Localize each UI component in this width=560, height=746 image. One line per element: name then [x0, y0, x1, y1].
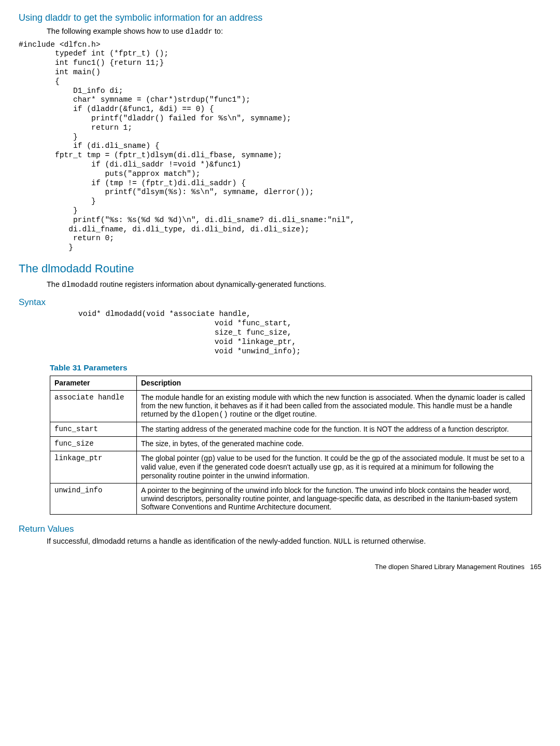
param-cell: func_start	[50, 422, 137, 437]
desc-code: gp	[333, 463, 342, 472]
table-row: unwind_info A pointer to the beginning o…	[50, 483, 532, 515]
desc-code: gp	[204, 454, 213, 463]
th-description: Description	[137, 376, 532, 391]
th-parameter: Parameter	[50, 376, 137, 391]
intro-text-b: to:	[213, 27, 223, 35]
desc-cell: The size, in bytes, of the generated mac…	[137, 437, 532, 451]
intro-code: dladdr	[186, 27, 213, 36]
desc-text: routine or the dlget routine.	[228, 410, 317, 418]
ret-b: is returned otherwise.	[352, 537, 426, 545]
return-values-body: If successful, dlmodadd returns a handle…	[47, 536, 541, 547]
section2-body: The dlmodadd routine registers informati…	[47, 280, 541, 291]
section2-heading: The dlmodadd Routine	[19, 262, 541, 275]
table-row: linkage_ptr The global pointer (gp) valu…	[50, 451, 532, 483]
footer-text: The dlopen Shared Library Management Rou…	[375, 563, 524, 571]
param-cell: func_size	[50, 437, 137, 451]
s2-b: routine registers information about dyna…	[98, 280, 326, 288]
section1-intro: The following example shows how to use d…	[47, 26, 541, 37]
param-cell: linkage_ptr	[50, 451, 137, 483]
desc-cell: A pointer to the beginning of the unwind…	[137, 483, 532, 515]
param-cell: associate handle	[50, 391, 137, 422]
section1-heading: Using dladdr to get the symbolic informa…	[19, 12, 541, 23]
table-row: associate handle The module handle for a…	[50, 391, 532, 422]
s2-a: The	[47, 280, 62, 288]
ret-code: NULL	[334, 537, 352, 546]
desc-cell: The module handle for an existing module…	[137, 391, 532, 422]
syntax-code: void* dlmodadd(void *associate handle, v…	[78, 310, 541, 356]
desc-cell: The starting address of the generated ma…	[137, 422, 532, 437]
table-caption: Table 31 Parameters	[50, 363, 541, 372]
parameters-table: Parameter Description associate handle T…	[50, 376, 532, 515]
desc-code: dlopen()	[192, 410, 228, 419]
param-cell: unwind_info	[50, 483, 137, 515]
desc-text: The global pointer (	[141, 454, 204, 462]
table-row: func_start The starting address of the g…	[50, 422, 532, 437]
table-row: func_size The size, in bytes, of the gen…	[50, 437, 532, 451]
desc-cell: The global pointer (gp) value to be used…	[137, 451, 532, 483]
page-footer: The dlopen Shared Library Management Rou…	[19, 563, 541, 571]
syntax-heading: Syntax	[19, 297, 541, 308]
intro-text-a: The following example shows how to use	[47, 27, 186, 35]
ret-a: If successful, dlmodadd returns a handle…	[47, 537, 334, 545]
s2-code: dlmodadd	[62, 281, 98, 289]
dladdr-example-code: #include <dlfcn.h> typedef int (*fptr_t)…	[19, 40, 541, 253]
return-values-heading: Return Values	[19, 524, 541, 534]
footer-page: 165	[530, 563, 541, 571]
